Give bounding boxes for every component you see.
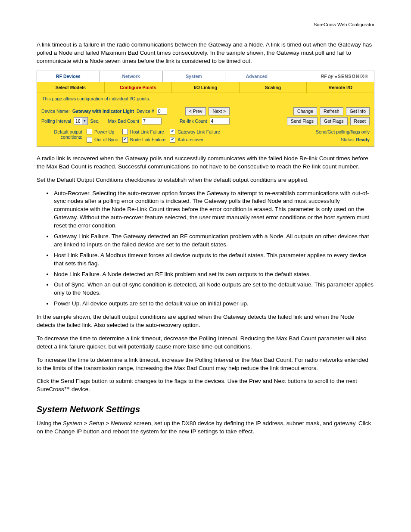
polling-interval-label: Polling Interval (41, 118, 71, 124)
gateway-link-failure-checkbox[interactable]: ✔ (170, 129, 175, 134)
subtab-remote-io[interactable]: Remote I/O (307, 82, 374, 93)
device-row: Device Name: Gateway with Indicator Ligh… (41, 106, 370, 116)
node-link-failure-label: Node Link Failure (130, 137, 165, 143)
node-link-failure-checkbox[interactable]: ✔ (122, 137, 128, 143)
change-button[interactable]: Change (293, 107, 317, 115)
paragraph-recover: A radio link is recovered when the Gatew… (37, 155, 374, 171)
paragraph-decrease: To decrease the time to determine a link… (37, 335, 374, 351)
chevron-down-icon: ▼ (82, 118, 87, 124)
out-of-sync-label: Out of Sync (94, 137, 118, 143)
status-value: Ready (356, 137, 370, 142)
bullet-node-link-failure: Node Link Failure. A Node detected an RF… (53, 271, 374, 279)
config-panel: This page allows configuration of indivi… (37, 93, 374, 146)
conditions-label-2: conditions: (61, 134, 82, 140)
reset-button[interactable]: Reset (350, 117, 370, 125)
device-name-value: Gateway with Indicator Light (72, 108, 134, 115)
primary-tabs: RF Devices Network System Advanced RF by… (37, 71, 374, 82)
refresh-button[interactable]: Refresh (320, 107, 343, 115)
out-of-sync-checkbox[interactable] (87, 137, 92, 143)
tab-rf-devices[interactable]: RF Devices (37, 71, 100, 82)
secondary-tabs: Select Models Configure Points I/O Linki… (37, 82, 374, 93)
bullet-host-link-failure: Host Link Failure. A Modbus timeout forc… (53, 252, 374, 268)
conditions-bullet-list: Auto-Recover. Selecting the auto-recover… (37, 190, 374, 308)
polling-row: Polling Interval 16 ▼ Sec. Max Bad Count… (41, 116, 370, 126)
gateway-link-failure-label: Gateway Link Failure (177, 129, 220, 135)
paragraph-sample: In the sample shown, the default output … (37, 313, 374, 330)
device-number-input[interactable]: 0 (157, 108, 167, 115)
bullet-auto-recover: Auto-Recover. Selecting the auto-recover… (53, 190, 374, 230)
powerup-label: Power Up (94, 129, 114, 135)
section-heading-network-settings: System Network Settings (37, 403, 374, 415)
paragraph-click-send-flags: Click the Send Flags button to submit ch… (37, 377, 374, 394)
send-get-flags-note: Send/Get polling/flags only (316, 129, 370, 135)
tab-advanced[interactable]: Advanced (225, 71, 288, 82)
host-link-failure-label: Host Link Failure (130, 129, 164, 135)
subtab-io-linking[interactable]: I/O Linking (172, 82, 240, 93)
status-column: Send/Get polling/flags only Status: Read… (316, 129, 370, 143)
device-number-label: Device # (137, 108, 154, 115)
subtab-scaling[interactable]: Scaling (240, 82, 307, 93)
paragraph-network-settings: Using the System > Setup > Network scree… (37, 420, 374, 436)
paragraph-set-conditions: Set the Default Output Conditions checkb… (37, 176, 374, 184)
relink-count-input[interactable]: 4 (210, 118, 230, 124)
bullet-out-of-sync: Out of Sync. When an out-of-sync conditi… (53, 281, 374, 297)
status-label: Status: (341, 137, 355, 142)
subtab-configure-points[interactable]: Configure Points (105, 82, 172, 93)
powerup-checkbox[interactable] (87, 129, 92, 134)
tab-system[interactable]: System (163, 71, 226, 82)
polling-interval-unit: Sec. (90, 118, 100, 124)
config-ui-screenshot: RF Devices Network System Advanced RF by… (37, 71, 374, 147)
polling-interval-select[interactable]: 16 ▼ (74, 117, 88, 125)
page-header-product: SureCross Web Configurator (37, 22, 374, 28)
auto-recover-label: Auto-recover (177, 137, 203, 143)
network-text-a: Using the (37, 420, 63, 426)
host-link-failure-checkbox[interactable] (122, 129, 128, 134)
conditions-row: Default output conditions: Power Up Out … (41, 126, 370, 143)
next-button[interactable]: Next > (209, 107, 230, 115)
conditions-label-1: Default output (54, 129, 82, 134)
subtab-select-models[interactable]: Select Models (37, 82, 105, 93)
brand-label: RF by ●SENSONIX® (288, 71, 374, 82)
device-name-label: Device Name: (41, 108, 70, 115)
intro-paragraph: A link timeout is a failure in the radio… (37, 41, 374, 65)
auto-recover-checkbox[interactable]: ✔ (170, 137, 175, 143)
send-flags-button[interactable]: Send Flags (287, 117, 318, 125)
brand-prefix: RF by (321, 74, 335, 79)
bullet-gateway-link-failure: Gateway Link Failure. The Gateway detect… (53, 233, 374, 249)
get-flags-button[interactable]: Get Flags (320, 117, 348, 125)
conditions-label: Default output conditions: (41, 129, 82, 143)
bullet-power-up: Power Up. All device outputs are set to … (53, 300, 374, 308)
prev-button[interactable]: < Prev (185, 107, 206, 115)
max-bad-count-input[interactable]: 7 (142, 118, 162, 124)
paragraph-increase: To increase the time to determine a link… (37, 356, 374, 373)
network-path: System > Setup > Network (63, 420, 132, 426)
max-bad-count-label: Max Bad Count (108, 118, 139, 124)
tab-network[interactable]: Network (100, 71, 163, 82)
relink-count-label: Re-link Count (180, 118, 207, 124)
brand-name: ●SENSONIX (335, 74, 365, 79)
polling-interval-value: 16 (74, 118, 82, 124)
getinfo-button[interactable]: Get Info (346, 107, 370, 115)
panel-description: This page allows configuration of indivi… (41, 94, 370, 106)
